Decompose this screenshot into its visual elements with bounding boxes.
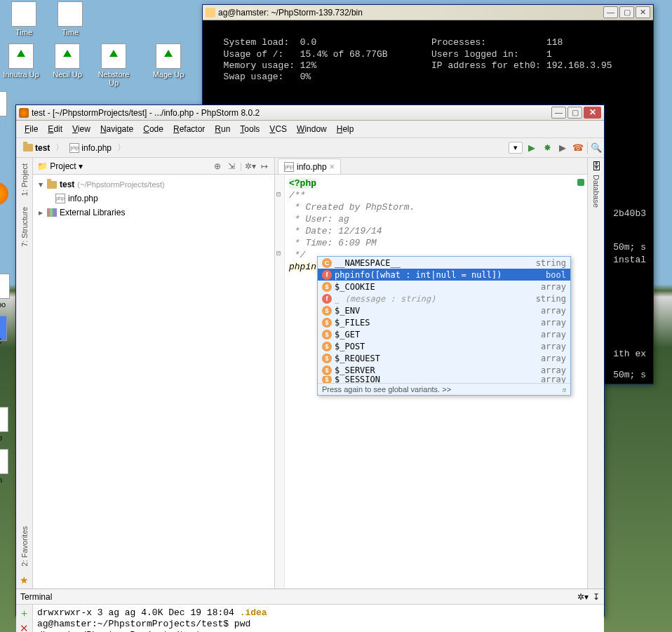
star-icon: ★: [20, 574, 29, 589]
completion-item[interactable]: $$_FILESarray: [318, 316, 570, 328]
menu-run[interactable]: Run: [210, 123, 234, 135]
putty-icon: [206, 8, 215, 18]
menu-vcs[interactable]: VCS: [265, 123, 291, 135]
completion-item[interactable]: $$_REQUESTarray: [318, 352, 570, 364]
chevron-right-icon: 〉: [55, 142, 64, 154]
collapse-icon[interactable]: ⇲: [226, 161, 237, 172]
desktop-icon[interactable]: itec: [0, 91, 15, 126]
menu-view[interactable]: View: [68, 123, 95, 135]
project-tree[interactable]: ▾ test (~/PhpstormProjects/test) php inf…: [33, 175, 274, 222]
completion-hint: Press again to see global variants. >> π: [318, 383, 570, 395]
completion-item[interactable]: $$_SERVERarray: [318, 364, 570, 376]
completion-item[interactable]: $$_SESSIONarray: [318, 376, 570, 383]
libraries-icon: [47, 208, 57, 217]
desktop-icon[interactable]: Ch: [0, 112, 15, 121]
listen-debug-button[interactable]: ☎: [572, 142, 584, 154]
desktop-icon[interactable]: PyC: [0, 337, 15, 345]
php-file-icon: php: [69, 143, 79, 153]
desktop-icon[interactable]: Nebstore Up: [93, 43, 135, 87]
tree-file[interactable]: php info.php: [53, 191, 273, 206]
fold-icon[interactable]: ⊟: [276, 190, 281, 199]
status-marker: [577, 179, 584, 186]
menu-edit[interactable]: Edit: [43, 123, 67, 135]
gear-icon[interactable]: ✲▾: [245, 161, 256, 172]
breadcrumb-file[interactable]: phpinfo.php: [67, 142, 114, 154]
maximize-button[interactable]: ▢: [619, 6, 634, 18]
menu-navigate[interactable]: Navigate: [96, 123, 137, 135]
phpstorm-icon: [19, 108, 29, 118]
editor-tabs: php info.php ×: [275, 158, 587, 175]
desktop-icon[interactable]: pen: [0, 449, 17, 484]
completion-item[interactable]: $$_GETarray: [318, 328, 570, 340]
desktop-icon[interactable]: Time: [49, 1, 91, 36]
maximize-button[interactable]: ▢: [567, 107, 582, 119]
completion-item[interactable]: $$_ENVarray: [318, 304, 570, 316]
completion-item[interactable]: $$_COOKIEarray: [318, 281, 570, 293]
project-view-selector[interactable]: 📁 Project ▾: [37, 161, 83, 171]
expand-icon[interactable]: ▸: [37, 206, 44, 220]
hide-icon[interactable]: ↦: [259, 161, 270, 172]
menu-file[interactable]: File: [20, 123, 42, 135]
completion-item[interactable]: $$_POSTarray: [318, 340, 570, 352]
tree-external-libraries[interactable]: ▸ External Libraries: [34, 206, 273, 220]
menu-window[interactable]: Window: [293, 123, 331, 135]
tool-tab-project[interactable]: 1: Project: [20, 161, 29, 199]
menu-code[interactable]: Code: [139, 123, 168, 135]
menu-refactor[interactable]: Refactor: [169, 123, 209, 135]
desktop-icon[interactable]: Time: [3, 1, 45, 36]
tool-tab-structure[interactable]: 7: Structure: [20, 204, 29, 250]
run-config-dropdown[interactable]: ▾: [509, 142, 523, 154]
add-terminal-icon[interactable]: ＋: [19, 607, 30, 619]
completion-item[interactable]: C__NAMESPACE__string: [318, 257, 570, 269]
terminal-tool-window: Terminal ✲▾ ↧ ＋ ✕ drwxrwxr-x 3 ag ag 4.0…: [16, 589, 604, 632]
terminal-line: drwxrwxr-x 3 ag ag 4.0K Dec 19 18:04 .id…: [37, 607, 600, 619]
titlebar[interactable]: test - [~/PhpstormProjects/test] - .../i…: [16, 105, 604, 121]
completion-item[interactable]: f_ (message : string)string: [318, 293, 570, 304]
minimize-button[interactable]: —: [603, 6, 618, 18]
tool-tab-database[interactable]: Database: [592, 172, 600, 210]
gear-icon[interactable]: ✲▾: [577, 592, 589, 602]
desktop-icon[interactable]: boo: [0, 407, 17, 442]
function-icon: f: [322, 270, 332, 280]
desktop-icon[interactable]: Innutra Up: [0, 43, 42, 79]
editor-gutter: ⊟ ⊟: [275, 175, 285, 589]
completion-item[interactable]: fphpinfo([what : int|null = null])bool: [318, 269, 570, 281]
terminal-gutter: ＋ ✕: [16, 605, 33, 632]
toolbar: test 〉 phpinfo.php 〉 ▾ ▶ ✸ ▶ ☎ 🔍: [16, 138, 604, 158]
scroll-target-icon[interactable]: ⊕: [212, 161, 223, 172]
minimize-button[interactable]: —: [551, 107, 566, 119]
variable-icon: $: [322, 354, 332, 363]
function-icon: f: [322, 294, 332, 304]
php-file-icon: php: [284, 162, 294, 172]
coverage-button[interactable]: ▶: [556, 142, 569, 154]
code-completion-popup[interactable]: C__NAMESPACE__stringfphpinfo([what : int…: [317, 256, 571, 396]
tool-tab-favorites[interactable]: 2: Favorites: [20, 523, 29, 569]
fold-icon[interactable]: ⊟: [276, 249, 281, 257]
desktop-icon[interactable]: Necil Up: [46, 43, 88, 79]
run-button[interactable]: ▶: [525, 142, 538, 154]
variable-icon: $: [322, 282, 332, 292]
folder-icon: [23, 144, 33, 152]
close-tab-icon[interactable]: ×: [330, 162, 335, 172]
titlebar[interactable]: ag@hamster: ~/PhpStorm-139.732/bin — ▢ ✕: [203, 5, 653, 20]
search-button[interactable]: 🔍: [587, 142, 600, 154]
menu-help[interactable]: Help: [332, 123, 358, 135]
tab-file[interactable]: php info.php ×: [278, 159, 341, 174]
terminal-output[interactable]: drwxrwxr-x 3 ag ag 4.0K Dec 19 18:04 .id…: [33, 605, 604, 632]
variable-icon: $: [322, 318, 332, 328]
breadcrumb-root[interactable]: test: [20, 142, 53, 154]
menu-tools[interactable]: Tools: [236, 123, 264, 135]
tree-root[interactable]: ▾ test (~/PhpstormProjects/test): [34, 177, 273, 191]
close-terminal-icon[interactable]: ✕: [19, 623, 30, 632]
expand-icon[interactable]: ▾: [37, 177, 44, 191]
debug-button[interactable]: ✸: [541, 142, 553, 154]
hide-icon[interactable]: ↧: [593, 592, 600, 602]
desktop-icon[interactable]: etB: [0, 316, 15, 351]
folder-icon: [47, 181, 57, 189]
close-button[interactable]: ✕: [636, 6, 650, 18]
desktop-icon[interactable]: Mage Up: [147, 43, 189, 79]
code-editor[interactable]: ⊟ ⊟ <?php /** * Created by PhpStorm. * U…: [275, 175, 587, 589]
close-button[interactable]: ✕: [584, 107, 601, 119]
terminal-line: ag@hamster:~/PhpstormProjects/test$ pwd: [37, 619, 600, 630]
editor-panel: php info.php × ⊟ ⊟ <?php /** * Created b…: [275, 158, 587, 589]
